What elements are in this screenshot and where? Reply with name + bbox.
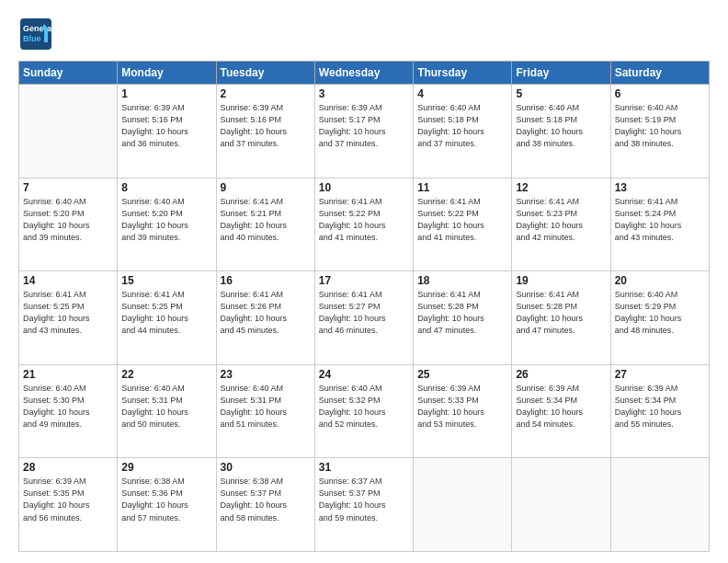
- day-number: 22: [121, 368, 211, 381]
- calendar-cell: 19Sunrise: 6:41 AM Sunset: 5:28 PM Dayli…: [512, 271, 610, 365]
- calendar-cell: 5Sunrise: 6:40 AM Sunset: 5:18 PM Daylig…: [512, 85, 610, 178]
- day-info: Sunrise: 6:39 AM Sunset: 5:17 PM Dayligh…: [319, 102, 409, 150]
- calendar-cell: 3Sunrise: 6:39 AM Sunset: 5:17 PM Daylig…: [314, 85, 413, 178]
- day-number: 1: [121, 87, 211, 100]
- day-number: 25: [417, 368, 507, 381]
- page: General Blue SundayMondayTuesdayWednesda…: [0, 0, 728, 563]
- day-info: Sunrise: 6:39 AM Sunset: 5:34 PM Dayligh…: [516, 383, 606, 431]
- day-info: Sunrise: 6:40 AM Sunset: 5:32 PM Dayligh…: [319, 383, 409, 431]
- day-info: Sunrise: 6:41 AM Sunset: 5:27 PM Dayligh…: [319, 289, 409, 337]
- day-info: Sunrise: 6:40 AM Sunset: 5:20 PM Dayligh…: [121, 196, 211, 244]
- calendar-cell: 20Sunrise: 6:40 AM Sunset: 5:29 PM Dayli…: [610, 271, 709, 365]
- day-info: Sunrise: 6:38 AM Sunset: 5:36 PM Dayligh…: [121, 476, 211, 523]
- calendar-cell: [414, 458, 512, 552]
- day-number: 12: [516, 181, 606, 194]
- calendar-cell: 23Sunrise: 6:40 AM Sunset: 5:31 PM Dayli…: [216, 364, 314, 458]
- calendar-cell: 9Sunrise: 6:41 AM Sunset: 5:21 PM Daylig…: [216, 178, 314, 271]
- calendar-cell: 16Sunrise: 6:41 AM Sunset: 5:26 PM Dayli…: [216, 271, 314, 365]
- day-info: Sunrise: 6:41 AM Sunset: 5:28 PM Dayligh…: [516, 289, 606, 337]
- day-info: Sunrise: 6:40 AM Sunset: 5:29 PM Dayligh…: [615, 289, 705, 337]
- logo-text: General Blue: [18, 17, 53, 52]
- calendar-table: SundayMondayTuesdayWednesdayThursdayFrid…: [18, 61, 710, 552]
- day-number: 28: [23, 461, 113, 474]
- day-info: Sunrise: 6:41 AM Sunset: 5:23 PM Dayligh…: [516, 196, 606, 244]
- day-number: 19: [516, 274, 606, 287]
- calendar-cell: 24Sunrise: 6:40 AM Sunset: 5:32 PM Dayli…: [314, 364, 413, 458]
- calendar-cell: 13Sunrise: 6:41 AM Sunset: 5:24 PM Dayli…: [610, 178, 709, 271]
- calendar-cell: 28Sunrise: 6:39 AM Sunset: 5:35 PM Dayli…: [19, 458, 118, 552]
- day-info: Sunrise: 6:41 AM Sunset: 5:21 PM Dayligh…: [221, 196, 311, 244]
- day-number: 3: [319, 87, 409, 100]
- day-info: Sunrise: 6:40 AM Sunset: 5:20 PM Dayligh…: [23, 196, 113, 244]
- week-row-4: 21Sunrise: 6:40 AM Sunset: 5:30 PM Dayli…: [19, 364, 710, 458]
- day-number: 6: [615, 87, 705, 100]
- calendar-cell: 11Sunrise: 6:41 AM Sunset: 5:22 PM Dayli…: [414, 178, 512, 271]
- day-number: 21: [23, 368, 113, 381]
- day-info: Sunrise: 6:40 AM Sunset: 5:18 PM Dayligh…: [516, 102, 606, 150]
- week-row-5: 28Sunrise: 6:39 AM Sunset: 5:35 PM Dayli…: [19, 458, 710, 552]
- day-number: 31: [319, 461, 409, 474]
- day-number: 26: [516, 368, 606, 381]
- calendar-cell: 27Sunrise: 6:39 AM Sunset: 5:34 PM Dayli…: [610, 364, 709, 458]
- weekday-header-saturday: Saturday: [610, 62, 709, 85]
- calendar-cell: 8Sunrise: 6:40 AM Sunset: 5:20 PM Daylig…: [118, 178, 216, 271]
- day-info: Sunrise: 6:41 AM Sunset: 5:25 PM Dayligh…: [121, 289, 211, 337]
- weekday-header-monday: Monday: [118, 62, 216, 85]
- weekday-header-thursday: Thursday: [414, 62, 512, 85]
- calendar-cell: 22Sunrise: 6:40 AM Sunset: 5:31 PM Dayli…: [118, 364, 216, 458]
- day-info: Sunrise: 6:41 AM Sunset: 5:26 PM Dayligh…: [221, 289, 311, 337]
- day-number: 4: [417, 87, 507, 100]
- day-number: 11: [417, 181, 507, 194]
- day-number: 20: [615, 274, 705, 287]
- weekday-header-tuesday: Tuesday: [216, 62, 314, 85]
- calendar-cell: 29Sunrise: 6:38 AM Sunset: 5:36 PM Dayli…: [118, 458, 216, 552]
- day-number: 15: [121, 274, 211, 287]
- calendar-cell: 4Sunrise: 6:40 AM Sunset: 5:18 PM Daylig…: [414, 85, 512, 178]
- calendar-cell: 18Sunrise: 6:41 AM Sunset: 5:28 PM Dayli…: [414, 271, 512, 365]
- calendar-cell: [19, 85, 118, 178]
- day-number: 16: [221, 274, 311, 287]
- day-info: Sunrise: 6:39 AM Sunset: 5:33 PM Dayligh…: [417, 383, 507, 431]
- day-number: 18: [417, 274, 507, 287]
- day-info: Sunrise: 6:39 AM Sunset: 5:34 PM Dayligh…: [615, 383, 705, 431]
- logo: General Blue: [18, 17, 53, 52]
- day-number: 17: [319, 274, 409, 287]
- calendar-cell: 2Sunrise: 6:39 AM Sunset: 5:16 PM Daylig…: [216, 85, 314, 178]
- day-number: 30: [221, 461, 311, 474]
- calendar-cell: [610, 458, 709, 552]
- day-info: Sunrise: 6:41 AM Sunset: 5:28 PM Dayligh…: [417, 289, 507, 337]
- weekday-header-sunday: Sunday: [19, 62, 118, 85]
- day-number: 23: [221, 368, 311, 381]
- week-row-3: 14Sunrise: 6:41 AM Sunset: 5:25 PM Dayli…: [19, 271, 710, 365]
- calendar-cell: 21Sunrise: 6:40 AM Sunset: 5:30 PM Dayli…: [19, 364, 118, 458]
- svg-text:General: General: [23, 24, 53, 33]
- calendar-cell: 30Sunrise: 6:38 AM Sunset: 5:37 PM Dayli…: [216, 458, 314, 552]
- day-info: Sunrise: 6:41 AM Sunset: 5:24 PM Dayligh…: [615, 196, 705, 244]
- calendar-cell: [512, 458, 610, 552]
- week-row-2: 7Sunrise: 6:40 AM Sunset: 5:20 PM Daylig…: [19, 178, 710, 271]
- calendar-cell: 15Sunrise: 6:41 AM Sunset: 5:25 PM Dayli…: [118, 271, 216, 365]
- day-info: Sunrise: 6:40 AM Sunset: 5:19 PM Dayligh…: [615, 102, 705, 150]
- calendar-cell: 7Sunrise: 6:40 AM Sunset: 5:20 PM Daylig…: [19, 178, 118, 271]
- day-number: 14: [23, 274, 113, 287]
- day-info: Sunrise: 6:39 AM Sunset: 5:16 PM Dayligh…: [221, 102, 311, 150]
- day-number: 27: [615, 368, 705, 381]
- calendar-cell: 1Sunrise: 6:39 AM Sunset: 5:16 PM Daylig…: [118, 85, 216, 178]
- calendar-cell: 12Sunrise: 6:41 AM Sunset: 5:23 PM Dayli…: [512, 178, 610, 271]
- weekday-header-wednesday: Wednesday: [314, 62, 413, 85]
- calendar-cell: 26Sunrise: 6:39 AM Sunset: 5:34 PM Dayli…: [512, 364, 610, 458]
- week-row-1: 1Sunrise: 6:39 AM Sunset: 5:16 PM Daylig…: [19, 85, 710, 178]
- calendar-cell: 25Sunrise: 6:39 AM Sunset: 5:33 PM Dayli…: [414, 364, 512, 458]
- header: General Blue: [18, 17, 710, 52]
- svg-text:Blue: Blue: [23, 34, 41, 43]
- weekday-header-friday: Friday: [512, 62, 610, 85]
- day-info: Sunrise: 6:39 AM Sunset: 5:16 PM Dayligh…: [121, 102, 211, 150]
- day-info: Sunrise: 6:39 AM Sunset: 5:35 PM Dayligh…: [23, 476, 113, 523]
- day-number: 9: [221, 181, 311, 194]
- calendar-cell: 6Sunrise: 6:40 AM Sunset: 5:19 PM Daylig…: [610, 85, 709, 178]
- day-info: Sunrise: 6:40 AM Sunset: 5:31 PM Dayligh…: [221, 383, 311, 431]
- weekday-header-row: SundayMondayTuesdayWednesdayThursdayFrid…: [19, 62, 710, 85]
- logo-icon: General Blue: [18, 17, 53, 52]
- day-number: 2: [221, 87, 311, 100]
- day-number: 10: [319, 181, 409, 194]
